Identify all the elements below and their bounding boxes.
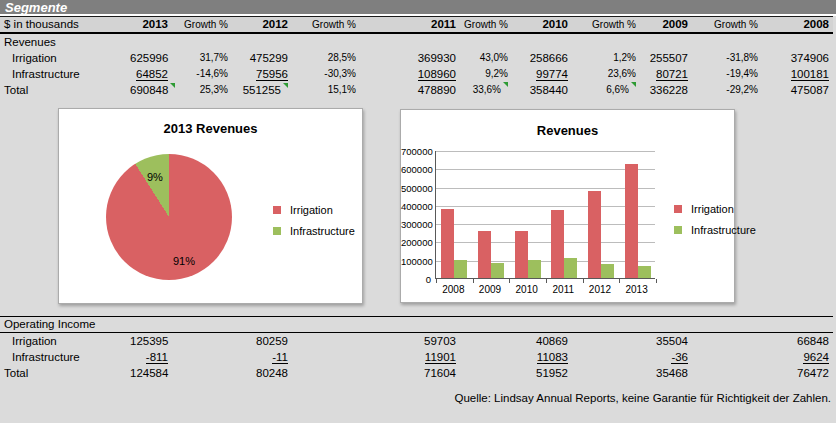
row-label[interactable]: Infrastructure [0,349,130,365]
table-cell[interactable]: 369930 [360,50,460,66]
table-cell[interactable] [460,365,512,381]
table-cell[interactable] [692,333,762,349]
table-cell[interactable]: 358440 [512,82,572,98]
column-header-year[interactable]: 2010 [512,16,572,34]
empty-cell[interactable] [130,316,172,333]
table-cell[interactable]: 1,2% [572,50,640,66]
table-cell[interactable] [692,365,762,381]
table-cell[interactable]: 71604 [360,365,460,381]
table-cell[interactable] [172,365,232,381]
empty-cell[interactable] [292,316,360,333]
table-cell[interactable]: 258666 [512,50,572,66]
table-cell[interactable]: -14,6% [172,66,232,82]
table-cell[interactable]: 125395 [130,333,172,349]
empty-cell[interactable] [640,316,692,333]
table-cell[interactable]: 15,1% [292,82,360,98]
empty-cell[interactable] [692,316,762,333]
row-label[interactable]: Total [0,82,130,98]
table-cell[interactable] [460,333,512,349]
table-cell[interactable] [572,333,640,349]
column-header-growth[interactable]: Growth % [692,16,762,34]
table-cell[interactable]: 51952 [512,365,572,381]
table-cell[interactable]: 475087 [762,82,833,98]
table-cell[interactable]: 625996 [130,50,172,66]
empty-cell[interactable] [232,34,292,50]
table-cell[interactable]: 43,0% [460,50,512,66]
table-cell[interactable] [572,349,640,365]
column-header-year[interactable]: 2011 [360,16,460,34]
table-cell[interactable] [292,333,360,349]
table-cell[interactable]: 40869 [512,333,572,349]
table-cell[interactable] [172,349,232,365]
table-cell[interactable]: 99774 [512,66,572,82]
column-header-year[interactable]: 2008 [762,16,833,34]
table-cell[interactable]: 64852 [130,66,172,82]
empty-cell[interactable] [692,34,762,50]
empty-cell[interactable] [460,34,512,50]
table-cell[interactable]: -36 [640,349,692,365]
table-cell[interactable] [172,333,232,349]
column-header-growth[interactable]: Growth % [572,16,640,34]
table-cell[interactable]: 80259 [232,333,292,349]
table-cell[interactable]: 35468 [640,365,692,381]
empty-cell[interactable] [360,316,460,333]
empty-cell[interactable] [292,34,360,50]
table-cell[interactable]: 690848 [130,82,172,98]
table-cell[interactable]: 33,6% [460,82,512,98]
table-cell[interactable]: 80721 [640,66,692,82]
table-cell[interactable]: 551255 [232,82,292,98]
empty-cell[interactable] [572,34,640,50]
table-cell[interactable]: 76472 [762,365,833,381]
bar-chart[interactable]: Revenues 7000006000005000004000003000002… [400,109,735,303]
empty-cell[interactable] [640,34,692,50]
table-cell[interactable]: 9,2% [460,66,512,82]
section-label[interactable]: Operating Income [0,316,130,333]
column-header-growth[interactable]: Growth % [172,16,232,34]
table-cell[interactable]: 6,6% [572,82,640,98]
empty-cell[interactable] [762,34,833,50]
table-cell[interactable]: 59703 [360,333,460,349]
column-header-year[interactable]: 2013 [130,16,172,34]
table-cell[interactable]: 11083 [512,349,572,365]
row-label[interactable]: Irrigation [0,50,130,66]
table-cell[interactable] [292,349,360,365]
empty-cell[interactable] [130,34,172,50]
table-cell[interactable]: 475299 [232,50,292,66]
table-cell[interactable]: 35504 [640,333,692,349]
empty-cell[interactable] [360,34,460,50]
table-cell[interactable]: 108960 [360,66,460,82]
empty-cell[interactable] [762,316,833,333]
pie-chart[interactable]: 2013 Revenues 9% 91% IrrigationInfrastru… [58,108,363,304]
column-header-growth[interactable]: Growth % [460,16,512,34]
table-cell[interactable]: 124584 [130,365,172,381]
table-cell[interactable]: 25,3% [172,82,232,98]
empty-cell[interactable] [460,316,512,333]
table-cell[interactable]: 31,7% [172,50,232,66]
table-cell[interactable]: 255507 [640,50,692,66]
row-label[interactable]: Total [0,365,130,381]
table-cell[interactable]: 478890 [360,82,460,98]
table-cell[interactable]: 100181 [762,66,833,82]
empty-cell[interactable] [232,316,292,333]
table-cell[interactable]: 11901 [360,349,460,365]
table-unit-label[interactable]: $ in thousands [0,16,130,34]
table-cell[interactable]: 374906 [762,50,833,66]
empty-cell[interactable] [512,34,572,50]
empty-cell[interactable] [572,316,640,333]
table-cell[interactable]: 66848 [762,333,833,349]
table-cell[interactable]: 80248 [232,365,292,381]
column-header-year[interactable]: 2009 [640,16,692,34]
table-cell[interactable] [460,349,512,365]
table-cell[interactable]: 9624 [762,349,833,365]
table-cell[interactable]: 75956 [232,66,292,82]
section-label[interactable]: Revenues [0,34,130,50]
table-cell[interactable]: 28,5% [292,50,360,66]
table-cell[interactable]: -11 [232,349,292,365]
row-label[interactable]: Infrastructure [0,66,130,82]
table-cell[interactable]: -19,4% [692,66,762,82]
table-cell[interactable] [572,365,640,381]
column-header-growth[interactable]: Growth % [292,16,360,34]
table-cell[interactable]: -31,8% [692,50,762,66]
empty-cell[interactable] [512,316,572,333]
table-cell[interactable]: -29,2% [692,82,762,98]
